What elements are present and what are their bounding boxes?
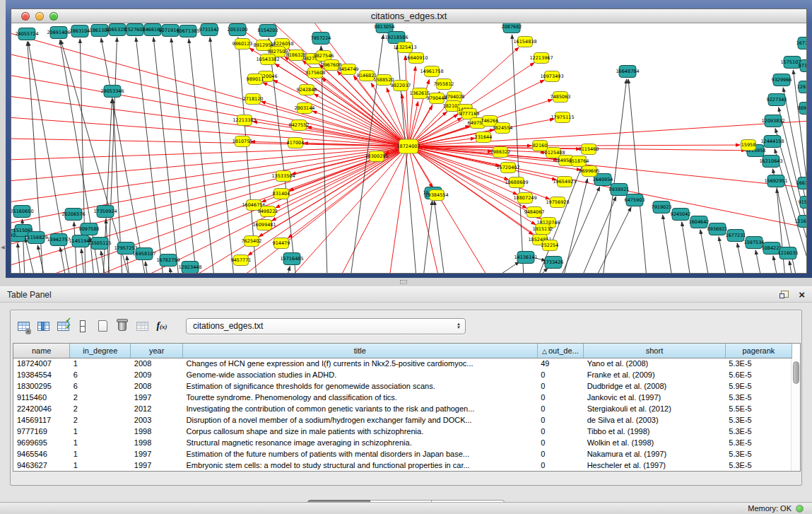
table-cell[interactable]: 1 <box>70 358 131 369</box>
table-cell[interactable]: Disruption of a novel member of a sodium… <box>183 414 538 426</box>
table-cell[interactable]: 2 <box>70 414 131 426</box>
close-panel-icon[interactable]: × <box>799 291 805 298</box>
select-rows-icon[interactable]: ✓✓ <box>53 316 73 336</box>
table-cell[interactable]: 1 <box>70 460 131 471</box>
table-row[interactable]: 1456911722003Disruption of a novel membe… <box>13 414 792 426</box>
table-cell[interactable]: 2012 <box>131 403 183 414</box>
table-cell[interactable]: 22420046 <box>13 403 70 414</box>
table-cell[interactable]: 0 <box>537 426 584 437</box>
delete-table-icon[interactable] <box>112 316 132 336</box>
close-window-button[interactable] <box>21 12 30 21</box>
sidebar-collapse-arrow-icon[interactable]: ◀ <box>0 245 6 250</box>
table-settings-icon[interactable] <box>13 316 33 336</box>
table-cell[interactable]: Yano et al. (2008) <box>584 358 726 369</box>
table-cell[interactable]: 0 <box>537 369 584 380</box>
table-cell[interactable]: 0 <box>537 403 584 414</box>
table-cell[interactable]: 5.3E-5 <box>725 448 792 460</box>
table-cell[interactable]: 5.3E-5 <box>725 358 792 369</box>
table-cell[interactable]: 2009 <box>131 369 183 380</box>
table-cell[interactable]: 9465546 <box>13 448 70 460</box>
table-cell[interactable]: 6 <box>70 380 131 392</box>
table-cell[interactable]: Nakamura et al. (1997) <box>584 448 726 460</box>
network-canvas[interactable]: 2405572420691406286310418613041065328715… <box>11 23 806 273</box>
table-row[interactable]: 977716911998Corpus callosum shape and si… <box>13 426 792 437</box>
import-table-icon[interactable] <box>132 316 152 336</box>
column-header-out_de[interactable]: △out_de... <box>537 344 584 358</box>
table-cell[interactable]: Genome-wide association studies in ADHD. <box>183 369 538 380</box>
table-cell[interactable]: 2 <box>70 392 131 403</box>
table-cell[interactable]: Investigating the contribution of common… <box>183 403 538 414</box>
table-cell[interactable]: 1997 <box>131 460 183 471</box>
table-cell[interactable]: 1998 <box>131 437 183 448</box>
table-cell[interactable]: 2 <box>70 403 131 414</box>
table-cell[interactable]: 0 <box>537 414 584 426</box>
table-cell[interactable]: 18300295 <box>13 380 70 392</box>
zoom-window-button[interactable] <box>49 12 58 21</box>
table-cell[interactable]: 5.3E-5 <box>725 426 792 437</box>
table-cell[interactable]: 5.6E-5 <box>725 369 792 380</box>
table-cell[interactable]: Embryonic stem cells: a model to study s… <box>183 460 538 471</box>
table-row[interactable]: 969969511998Structural magnetic resonanc… <box>13 437 792 448</box>
table-row[interactable]: 2242004622012Investigating the contribut… <box>13 403 792 414</box>
network-window-titlebar[interactable]: citations_edges.txt <box>11 9 806 23</box>
table-scrollbar-thumb[interactable] <box>793 361 799 384</box>
table-cell[interactable]: 1 <box>70 448 131 460</box>
table-cell[interactable]: 9115460 <box>13 392 70 403</box>
table-cell[interactable]: 2003 <box>131 414 183 426</box>
row-height-icon[interactable] <box>73 316 93 336</box>
float-panel-icon[interactable] <box>779 291 789 298</box>
table-cell[interactable]: 0 <box>537 392 584 403</box>
table-cell[interactable]: 5.3E-5 <box>725 437 792 448</box>
table-cell[interactable]: Tourette syndrome. Phenomenology and cla… <box>183 392 538 403</box>
table-cell[interactable]: 9699695 <box>13 437 70 448</box>
new-table-icon[interactable] <box>93 316 112 336</box>
table-cell[interactable]: Wolkin et al. (1998) <box>584 437 726 448</box>
table-cell[interactable]: 14569117 <box>13 414 70 426</box>
table-cell[interactable]: 5.5E-5 <box>725 403 792 414</box>
table-cell[interactable]: 19384554 <box>13 369 70 380</box>
table-cell[interactable]: 1997 <box>131 392 183 403</box>
table-cell[interactable]: 1 <box>70 426 131 437</box>
panel-splitter[interactable] <box>0 278 812 286</box>
table-cell[interactable]: Jankovic et al. (1997) <box>584 392 726 403</box>
table-cell[interactable]: Franke et al. (2009) <box>584 369 726 380</box>
table-row[interactable]: 1872400712008Changes of HCN gene express… <box>13 358 792 369</box>
table-cell[interactable]: 9463627 <box>13 460 70 471</box>
table-cell[interactable]: Stergiakouli et al. (2012) <box>584 403 726 414</box>
table-cell[interactable]: 1 <box>70 437 131 448</box>
splitter-grip-icon[interactable] <box>400 280 407 284</box>
function-builder-icon[interactable]: f(x) <box>152 316 172 336</box>
table-cell[interactable]: 1997 <box>131 448 183 460</box>
table-cell[interactable]: 0 <box>537 448 584 460</box>
table-cell[interactable]: Changes of HCN gene expression and I(f) … <box>183 358 538 369</box>
table-cell[interactable]: Tibbo et al. (1998) <box>584 426 726 437</box>
show-columns-icon[interactable] <box>33 316 53 336</box>
table-cell[interactable]: 0 <box>537 437 584 448</box>
table-row[interactable]: 1830029562008Estimation of significance … <box>13 380 792 392</box>
column-header-pagerank[interactable]: pagerank <box>725 344 792 358</box>
table-cell[interactable]: Structural magnetic resonance image aver… <box>183 437 538 448</box>
table-cell[interactable]: Estimation of the future numbers of pati… <box>183 448 538 460</box>
minimize-window-button[interactable] <box>35 12 44 21</box>
table-cell[interactable]: 0 <box>537 460 584 471</box>
table-selector[interactable]: citations_edges.txt ▲▼ <box>186 318 466 334</box>
table-cell[interactable]: 5.3E-5 <box>725 460 792 471</box>
table-cell[interactable]: Estimation of significance thresholds fo… <box>183 380 538 392</box>
table-cell[interactable]: 2008 <box>131 358 183 369</box>
table-cell[interactable]: 0 <box>537 380 584 392</box>
table-cell[interactable]: 9777169 <box>13 426 70 437</box>
table-row[interactable]: 946362711997Embryonic stem cells: a mode… <box>13 460 792 471</box>
table-cell[interactable]: Dudbridge et al. (2008) <box>584 380 726 392</box>
table-cell[interactable]: 6 <box>70 369 131 380</box>
citation-network-graph[interactable]: 2405572420691406286310418613041065328715… <box>11 23 806 273</box>
table-row[interactable]: 946554611997Estimation of the future num… <box>13 448 792 460</box>
table-cell[interactable]: 49 <box>537 358 584 369</box>
table-cell[interactable]: Hescheler et al. (1997) <box>584 460 726 471</box>
table-cell[interactable]: 5.3E-5 <box>725 414 792 426</box>
column-header-short[interactable]: short <box>584 344 726 358</box>
table-cell[interactable]: Corpus callosum shape and size in male p… <box>183 426 538 437</box>
column-header-name[interactable]: name <box>13 344 70 358</box>
column-header-year[interactable]: year <box>131 344 183 358</box>
table-cell[interactable]: de Silva et al. (2003) <box>584 414 726 426</box>
column-header-title[interactable]: title <box>183 344 538 358</box>
